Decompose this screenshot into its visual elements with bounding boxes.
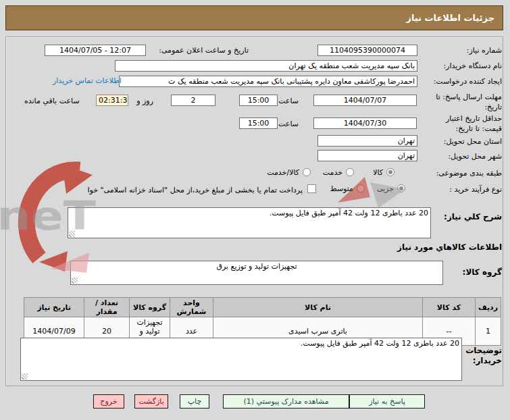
hours-remaining-label: ساعت باقي مانده xyxy=(24,96,80,106)
delivery-province-label: استان محل تحویل: xyxy=(444,136,502,147)
radio-service-label: خدمت xyxy=(323,168,342,177)
col-item-code: کد کالا xyxy=(423,298,476,317)
page-title-bar: جزئیات اطلاعات نیاز xyxy=(5,5,503,30)
col-need-date: تاریخ نیاز xyxy=(24,298,84,317)
announce-datetime-field[interactable]: 1404/07/05 - 12:07 xyxy=(45,45,146,56)
respond-to-need-button[interactable]: پاسخ به نیاز xyxy=(349,394,425,409)
cell-row-number: 1 xyxy=(476,317,501,346)
col-row-number: ردیف xyxy=(476,298,501,317)
radio-goods-label: کالا xyxy=(373,168,383,177)
back-button[interactable]: بازگشت xyxy=(134,394,168,409)
goods-group-label: گروه کالا: xyxy=(463,267,502,278)
radio-medium-label: متوسط xyxy=(330,184,353,193)
need-number-label: شماره نیاز: xyxy=(467,45,502,55)
buyer-notes-label: توضیحات خریدار: xyxy=(460,346,502,366)
radio-minor-icon[interactable] xyxy=(397,184,405,192)
buyer-notes-textarea[interactable]: 20 عدد باطری 12 ولت 42 آمپر طبق فایل پیو… xyxy=(20,338,462,381)
need-number-field[interactable]: 1104095390000074 xyxy=(317,45,417,56)
view-attached-docs-button[interactable]: مشاهده مدارک پیوستي (1) xyxy=(223,394,349,409)
validity-date-field[interactable]: 1404/07/30 xyxy=(313,117,417,129)
request-creator-field[interactable]: احمدرضا پورکاشفی معاون دایره پشتیبانی با… xyxy=(119,76,417,87)
need-description-label: شرح کلي نیاز: xyxy=(441,212,502,222)
need-description-text: 20 عدد باطری 12 ولت 42 آمپر طبق فایل پیو… xyxy=(270,209,428,217)
radio-minor-label: جزیی xyxy=(377,184,394,193)
goods-section-title: اطلاعات کالاهاي مورد نیاز xyxy=(397,242,502,253)
countdown-timer: 02:31:32 xyxy=(96,95,128,106)
radio-goods-icon[interactable] xyxy=(386,168,394,176)
radio-goods-service-label: کالا/خدمت xyxy=(267,168,299,177)
col-count-unit: واحد شمارش xyxy=(170,298,213,317)
radio-option-minor[interactable]: جزیی xyxy=(373,184,405,193)
days-remaining-field[interactable]: 2 xyxy=(171,95,215,106)
col-quantity: تعداد / مقدار xyxy=(84,298,130,317)
goods-group-text: تجهیزات تولید و توزیع برق xyxy=(216,262,297,271)
delivery-province-field[interactable]: تهران xyxy=(317,135,417,147)
need-description-textarea[interactable]: 20 عدد باطری 12 ولت 42 آمپر طبق فایل پیو… xyxy=(68,207,431,238)
process-type-label: نوع فرآیند خرید : xyxy=(449,184,502,194)
deadline-hour-label: ساعت xyxy=(278,96,299,106)
validity-hour-label: ساعت xyxy=(278,119,299,129)
deadline-time-field[interactable]: 15:00 xyxy=(239,95,278,106)
col-item-name: نام کالا xyxy=(213,298,423,317)
goods-group-textarea[interactable]: تجهیزات تولید و توزیع برق xyxy=(70,261,443,285)
print-button[interactable]: چاپ xyxy=(180,394,209,409)
exit-button[interactable]: خروج xyxy=(93,394,124,409)
radio-option-service[interactable]: خدمت xyxy=(316,167,354,177)
treasury-checkbox-label: پرداخت تمام یا بخشی از مبلغ خرید،از محل … xyxy=(88,185,303,195)
days-and-label: روز و xyxy=(136,96,153,106)
radio-option-medium[interactable]: متوسط xyxy=(324,184,365,193)
radio-option-goods-service[interactable]: کالا/خدمت xyxy=(251,167,311,177)
delivery-city-field[interactable]: تهران xyxy=(317,150,417,161)
resize-handle-icon[interactable] xyxy=(72,278,78,284)
radio-goods-service-icon[interactable] xyxy=(303,168,311,176)
response-deadline-label: مهلت ارسال پاسخ: تا تاریخ: xyxy=(429,92,502,112)
radio-service-icon[interactable] xyxy=(346,168,354,176)
resize-handle-icon[interactable] xyxy=(69,231,75,237)
price-validity-label: حداقل تاریخ اعتبار قیمت: تا تاریخ: xyxy=(426,113,502,134)
validity-time-field[interactable]: 15:00 xyxy=(239,117,278,129)
request-creator-label: ایجاد کننده درخواست: xyxy=(434,76,502,86)
buyer-notes-text: 20 عدد باطری 12 ولت 42 آمپر طبق فایل پیو… xyxy=(301,339,459,348)
buyer-contact-link[interactable]: اطلاعات تماس خریدار xyxy=(53,76,122,85)
resize-handle-icon[interactable] xyxy=(22,373,28,379)
goods-table-header-row: ردیف کد کالا نام کالا واحد شمارش گروه کا… xyxy=(24,298,501,317)
radio-medium-icon[interactable] xyxy=(357,184,365,192)
radio-option-goods[interactable]: کالا xyxy=(363,167,394,177)
page-title: جزئیات اطلاعات نیاز xyxy=(406,13,494,23)
need-details-page: جزئیات اطلاعات نیاز شماره نیاز: 11040953… xyxy=(0,0,510,420)
treasury-checkbox[interactable] xyxy=(307,184,316,193)
buyer-org-field[interactable]: بانک سپه مدیریت شعب منطقه یک تهران xyxy=(115,60,417,72)
deadline-date-field[interactable]: 1404/07/07 xyxy=(313,95,417,106)
delivery-city-label: شهر محل تحویل: xyxy=(448,151,502,161)
buyer-org-label: نام دستگاه خریدار: xyxy=(443,61,502,71)
announce-datetime-label: تاریخ و ساعت اعلان عمومی: xyxy=(159,45,249,55)
classification-label: طبقه بندی موضوعی: xyxy=(436,168,502,178)
col-item-group: گروه کالا xyxy=(130,298,170,317)
